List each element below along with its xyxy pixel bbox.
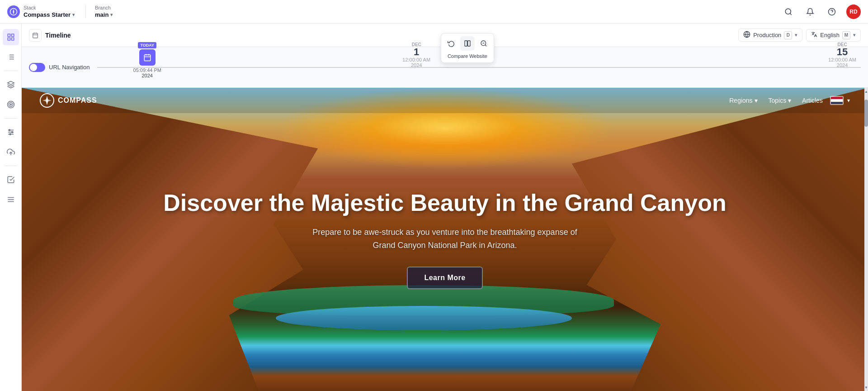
env-icon: [743, 31, 750, 39]
left-sidebar: [0, 24, 22, 391]
svg-point-18: [10, 104, 11, 105]
sidebar-separator-3: [5, 166, 17, 166]
scroll-up-arrow[interactable]: ▲: [864, 88, 868, 95]
svg-rect-7: [11, 38, 14, 40]
stack-name: Compass Starter ▾: [24, 11, 75, 18]
sidebar-grid-icon[interactable]: [3, 29, 19, 45]
preview-logo-icon: [40, 93, 54, 108]
today-year: 2024: [142, 73, 153, 78]
timeline-right: Production D ▾ English M ▾: [738, 29, 861, 42]
notifications-button[interactable]: [803, 5, 817, 19]
sidebar-upload-icon[interactable]: [3, 144, 19, 160]
env-key: D: [784, 31, 792, 39]
svg-rect-8: [8, 38, 10, 40]
svg-marker-15: [7, 81, 14, 85]
hero-subtitle: Prepare to be awe-struck as you venture …: [309, 226, 580, 252]
toolbar-popup-buttons: [444, 36, 491, 51]
compare-button[interactable]: [460, 36, 475, 51]
scrollbar[interactable]: ▲ ▼: [864, 88, 868, 391]
compass-logo-icon: [7, 5, 20, 18]
sidebar-layers-icon[interactable]: [3, 76, 19, 93]
environment-selector[interactable]: Production D ▾: [738, 29, 802, 42]
timeline-line: TODAY 05:09:44 PM 2024 DEC 1 12:00:00 AM…: [97, 67, 861, 68]
search-button[interactable]: [781, 5, 796, 19]
svg-rect-35: [144, 55, 151, 61]
preview-area: COMPASS Regions ▾ Topics ▾ Articles ▾ Di…: [22, 88, 868, 391]
preview-nav-links: Regions ▾ Topics ▾ Articles ▾: [726, 95, 850, 106]
top-bar-right: RD: [781, 5, 861, 19]
timeline-title: Timeline: [45, 32, 71, 39]
sidebar-list-icon[interactable]: [3, 49, 19, 65]
help-button[interactable]: [825, 5, 839, 19]
url-nav-toggle[interactable]: [29, 63, 45, 72]
today-badge: TODAY: [138, 42, 156, 48]
lang-chevron: ▾: [853, 32, 856, 38]
today-time: 05:09:44 PM: [133, 67, 161, 73]
stack-chevron: ▾: [72, 12, 75, 17]
nav-articles[interactable]: Articles: [798, 95, 826, 106]
brand-text: Stack Compass Starter ▾: [24, 5, 75, 18]
timeline-left: Timeline: [29, 29, 71, 42]
main-layout: Timeline Production D ▾ English M: [0, 24, 868, 391]
lang-key: M: [842, 31, 850, 39]
svg-rect-29: [33, 33, 38, 38]
dec15-time: 12:00:00 AM: [828, 57, 856, 62]
dec1-time: 12:00:00 AM: [402, 57, 430, 62]
svg-rect-40: [467, 41, 470, 46]
sidebar-separator-1: [5, 71, 17, 71]
timeline-track: URL Navigation TODAY 05:09:44 PM 2024: [29, 52, 861, 82]
svg-rect-6: [11, 34, 14, 36]
content-area: Timeline Production D ▾ English M: [22, 24, 868, 391]
learn-more-button[interactable]: Learn More: [407, 267, 482, 289]
zoom-out-button[interactable]: [476, 36, 491, 51]
sidebar-settings-icon[interactable]: [3, 191, 19, 208]
scrollbar-thumb[interactable]: [864, 100, 868, 127]
sidebar-separator-2: [5, 118, 17, 119]
env-chevron: ▾: [795, 32, 797, 38]
dec15-year: 2024: [837, 62, 848, 68]
preview-logo-text: COMPASS: [58, 96, 97, 105]
avatar[interactable]: RD: [846, 5, 861, 19]
toolbar-popup: Compare Website: [441, 33, 494, 63]
stack-label: Stack: [24, 5, 75, 11]
toolbar-popup-label: Compare Website: [445, 52, 490, 60]
today-marker: TODAY 05:09:44 PM 2024: [133, 42, 161, 78]
timeline-track-area: URL Navigation TODAY 05:09:44 PM 2024: [22, 47, 868, 88]
svg-line-42: [485, 45, 486, 46]
svg-marker-1: [13, 9, 14, 14]
nav-flag-chevron: ▾: [847, 97, 850, 104]
dec1-year: 2024: [411, 62, 422, 68]
svg-point-17: [9, 103, 13, 107]
scroll-down-arrow[interactable]: ▼: [864, 384, 868, 391]
nav-flag[interactable]: [830, 96, 844, 105]
sidebar-sliders-icon[interactable]: [3, 124, 19, 140]
top-bar-left: Stack Compass Starter ▾ Branch main ▾: [7, 5, 113, 18]
svg-rect-39: [465, 41, 467, 46]
svg-point-2: [785, 9, 791, 14]
dec15-marker: DEC 15 12:00:00 AM 2024: [828, 42, 856, 68]
sidebar-target-icon[interactable]: [3, 96, 19, 113]
nav-regions[interactable]: Regions ▾: [726, 95, 761, 106]
preview-logo: COMPASS: [40, 93, 97, 108]
language-selector[interactable]: English M ▾: [806, 29, 861, 42]
hero-content: Discover the Majestic Beauty in the Gran…: [22, 88, 868, 391]
branch-chevron: ▾: [110, 12, 113, 17]
nav-topics[interactable]: Topics ▾: [765, 95, 795, 106]
sidebar-check-icon[interactable]: [3, 172, 19, 188]
svg-rect-5: [8, 34, 10, 36]
url-nav-label: URL Navigation: [49, 64, 90, 71]
top-bar: Stack Compass Starter ▾ Branch main ▾ RD: [0, 0, 868, 24]
today-date-box: [139, 49, 156, 66]
branch-name: main ▾: [95, 11, 113, 18]
brand-logo[interactable]: Stack Compass Starter ▾: [7, 5, 75, 18]
env-label: Production: [753, 32, 781, 38]
branch-section[interactable]: Branch main ▾: [85, 5, 113, 18]
url-nav-toggle-area: URL Navigation: [29, 63, 90, 72]
undo-button[interactable]: [444, 36, 458, 51]
lang-icon: [811, 31, 817, 39]
preview-nav: COMPASS Regions ▾ Topics ▾ Articles ▾: [22, 88, 868, 113]
dec15-date: 15: [837, 47, 848, 57]
dec1-marker: DEC 1 12:00:00 AM 2024: [402, 42, 430, 68]
dec1-date: 1: [414, 47, 419, 57]
branch-label: Branch: [95, 5, 113, 11]
